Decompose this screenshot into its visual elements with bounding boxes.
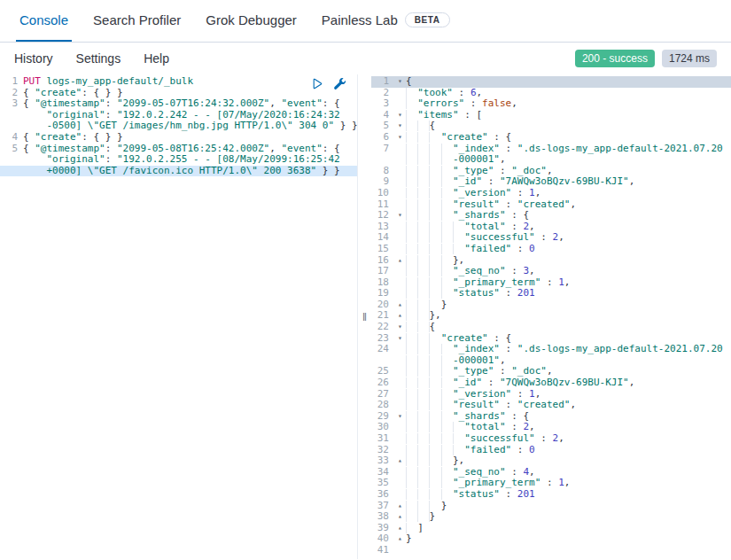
code-row: 27 "_version" : 1,	[371, 389, 731, 401]
tab-console[interactable]: Console	[16, 0, 72, 42]
fold-toggle-icon[interactable]: ▴	[394, 255, 406, 267]
fold-toggle-icon[interactable]: ▴	[394, 455, 406, 467]
wrench-icon	[333, 80, 346, 93]
request-editor[interactable]: 1PUT logs-my_app-default/_bulk2{ "create…	[0, 74, 357, 176]
fold-toggle-icon[interactable]: ▾	[394, 411, 406, 423]
code-line: -000001",	[406, 355, 731, 367]
line-number: 24	[371, 344, 394, 355]
dev-tools-tab-bar: Console Search Profiler Grok Debugger Pa…	[0, 0, 731, 43]
code-line: "_index" : ".ds-logs-my_app-default-2021…	[406, 144, 731, 155]
code-line: "successful" : 2,	[406, 232, 731, 244]
tab-search-profiler-label: Search Profiler	[93, 12, 181, 27]
tab-grok-debugger[interactable]: Grok Debugger	[202, 0, 300, 42]
line-number: 7	[371, 144, 394, 155]
fold-spacer	[394, 478, 406, 489]
pane-resizer[interactable]: ‖	[358, 74, 371, 559]
line-number: 19	[371, 288, 394, 299]
code-row: 2{ "create": { } }	[0, 88, 357, 99]
request-options-button[interactable]	[332, 76, 346, 90]
fold-toggle-icon[interactable]: ▾	[394, 210, 406, 222]
line-number: 3	[0, 98, 23, 110]
fold-toggle-icon[interactable]: ▴	[394, 501, 406, 512]
fold-toggle-icon[interactable]: ▾	[394, 121, 406, 132]
fold-spacer	[394, 88, 406, 99]
line-number: 22	[371, 322, 394, 333]
code-row: 6▾ "create" : {	[371, 132, 731, 144]
settings-menu-item[interactable]: Settings	[76, 51, 121, 66]
code-line: }	[406, 501, 731, 512]
fold-spacer	[394, 366, 406, 377]
kibana-dev-tools-console: Console Search Profiler Grok Debugger Pa…	[0, 0, 731, 559]
beta-badge: BETA	[405, 12, 450, 27]
fold-spacer	[394, 176, 406, 188]
response-viewer[interactable]: 1▾{2 "took" : 6,3 "errors" : false,4▾ "i…	[371, 74, 731, 556]
line-number: 41	[371, 545, 394, 556]
line-number: 5	[0, 144, 23, 155]
code-row: 28 "result" : "created",	[371, 400, 731, 411]
code-line: "_id" : "7QWQw3oBQzv-69BU-KJI",	[406, 377, 731, 389]
fold-spacer	[394, 355, 406, 367]
code-line: "status" : 201	[406, 489, 731, 501]
fold-spacer	[394, 377, 406, 389]
fold-toggle-icon[interactable]: ▴	[394, 310, 406, 322]
line-number: 17	[371, 266, 394, 277]
code-line: }	[406, 533, 731, 545]
code-line	[406, 545, 731, 556]
code-line: "took" : 6,	[406, 88, 731, 99]
code-row: 37▴ }	[371, 501, 731, 512]
code-row: 2 "took" : 6,	[371, 88, 731, 99]
code-row: 1▾{	[371, 76, 731, 88]
fold-toggle-icon[interactable]: ▾	[394, 110, 406, 121]
code-line: "_index" : ".ds-logs-my_app-default-2021…	[406, 344, 731, 355]
code-row: 18 "_primary_term" : 1,	[371, 277, 731, 289]
fold-toggle-icon[interactable]: ▾	[394, 132, 406, 144]
code-row: 39▴ ]	[371, 523, 731, 534]
code-row: 10 "_version" : 1,	[371, 188, 731, 199]
line-number: 6	[371, 132, 394, 144]
fold-toggle-icon[interactable]: ▾	[394, 333, 406, 345]
code-row: 11 "result" : "created",	[371, 199, 731, 211]
code-row: +0000] \"GET /favicon.ico HTTP/1.0\" 200…	[0, 166, 357, 177]
code-row: 21▴ },	[371, 310, 731, 322]
fold-spacer	[394, 266, 406, 277]
send-request-button[interactable]	[309, 76, 323, 90]
code-row: 9 "_id" : "7AWQw3oBQzv-69BU-KJI",	[371, 176, 731, 188]
fold-spacer	[394, 545, 406, 556]
help-menu-item[interactable]: Help	[144, 51, 169, 66]
code-row: 24 "_index" : ".ds-logs-my_app-default-2…	[371, 344, 731, 355]
fold-spacer	[394, 232, 406, 244]
code-row: 7 "_index" : ".ds-logs-my_app-default-20…	[371, 144, 731, 155]
fold-spacer	[394, 445, 406, 456]
fold-spacer	[394, 188, 406, 199]
code-row: 17 "_seq_no" : 3,	[371, 266, 731, 277]
line-number: 10	[371, 188, 394, 199]
fold-spacer	[394, 422, 406, 433]
tab-painless-lab-label: Painless Lab	[322, 12, 398, 27]
fold-toggle-icon[interactable]: ▴	[394, 299, 406, 311]
code-row: 34 "_seq_no" : 4,	[371, 467, 731, 478]
code-line: "create" : {	[406, 333, 731, 345]
code-row: 31 "successful" : 2,	[371, 433, 731, 445]
tab-search-profiler[interactable]: Search Profiler	[89, 0, 184, 42]
resizer-grip-icon: ‖	[362, 311, 367, 323]
fold-toggle-icon[interactable]: ▾	[394, 76, 406, 88]
code-row: 38▴ }	[371, 511, 731, 523]
code-line: "_id" : "7AWQw3oBQzv-69BU-KJI",	[406, 176, 731, 188]
fold-toggle-icon[interactable]: ▴	[394, 533, 406, 545]
code-row: 12▾ "_shards" : {	[371, 210, 731, 222]
fold-toggle-icon[interactable]: ▾	[394, 322, 406, 333]
fold-toggle-icon[interactable]: ▴	[394, 523, 406, 534]
code-line: -0500] \"GET /images/hm_nbg.jpg HTTP/1.0…	[23, 121, 357, 132]
line-number	[371, 154, 394, 166]
code-row: 5{ "@timestamp": "2099-05-08T16:25:42.00…	[0, 144, 357, 155]
code-line: +0000] \"GET /favicon.ico HTTP/1.0\" 200…	[23, 166, 357, 177]
history-menu-item[interactable]: History	[14, 51, 53, 66]
code-row: 20▴ }	[371, 299, 731, 311]
line-number: 31	[371, 433, 394, 445]
code-line: {	[406, 121, 731, 132]
code-line: "_version" : 1,	[406, 389, 731, 401]
code-line: },	[406, 255, 731, 267]
code-line: "failed" : 0	[406, 244, 731, 255]
tab-painless-lab[interactable]: Painless Lab BETA	[318, 0, 454, 42]
fold-toggle-icon[interactable]: ▴	[394, 511, 406, 523]
